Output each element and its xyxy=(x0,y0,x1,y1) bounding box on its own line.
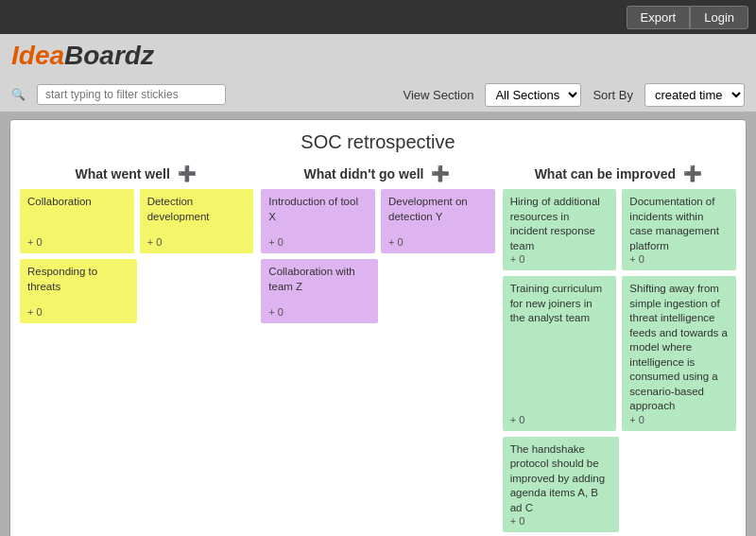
col3-bottom-stickies: The handshake protocol should be improve… xyxy=(503,437,736,533)
view-section-select[interactable]: All Sections xyxy=(485,83,581,107)
sticky-s10-vote[interactable]: + 0 xyxy=(629,413,644,427)
board: SOC retrospective What went well ➕ Colla… xyxy=(9,119,747,536)
col3-mid-stickies: Training curriculum for new joiners in t… xyxy=(503,276,736,431)
column-title-3: What can be improved xyxy=(535,166,676,182)
board-title: SOC retrospective xyxy=(20,131,736,153)
sticky-s2-text: Detection development xyxy=(147,196,210,222)
sticky-s5-vote[interactable]: + 0 xyxy=(388,235,404,250)
sticky-s10-text: Shifting away from simple ingestion of t… xyxy=(629,283,728,411)
logo-idea: Idea xyxy=(11,41,64,70)
export-button[interactable]: Export xyxy=(627,6,691,29)
sticky-s5: Development on detection Y + 0 xyxy=(381,189,495,253)
logo-bar: IdeaBoardz xyxy=(0,34,756,78)
col3-top-stickies: Hiring of additional resources in incide… xyxy=(503,189,736,270)
board-wrapper: SOC retrospective What went well ➕ Colla… xyxy=(0,112,756,536)
sticky-s11-vote[interactable]: + 0 xyxy=(510,514,525,528)
search-input[interactable] xyxy=(37,84,226,105)
sticky-s4: Introduction of tool X + 0 xyxy=(261,189,375,253)
sticky-s9-text: Training curriculum for new joiners in t… xyxy=(510,283,602,323)
sticky-s2: Detection development + 0 xyxy=(140,189,254,253)
sticky-s5-text: Development on detection Y xyxy=(388,196,468,222)
view-section-label: View Section xyxy=(403,88,473,102)
sticky-s8-vote[interactable]: + 0 xyxy=(629,252,644,267)
sticky-s7: Hiring of additional resources in incide… xyxy=(503,189,617,270)
sticky-s6: Collaboration with team Z + 0 xyxy=(261,259,378,323)
columns: What went well ➕ Collaboration + 0 Detec… xyxy=(20,166,736,532)
search-icon: 🔍 xyxy=(11,88,26,101)
column-what-can-be-improved: What can be improved ➕ Hiring of additio… xyxy=(503,166,736,532)
sticky-s1-text: Collaboration xyxy=(27,196,92,207)
add-sticky-col3-button[interactable]: ➕ xyxy=(681,166,704,182)
col2-top-stickies: Introduction of tool X + 0 Development o… xyxy=(261,189,494,253)
sort-by-label: Sort By xyxy=(593,88,633,102)
sticky-s9-vote[interactable]: + 0 xyxy=(510,413,525,427)
login-button[interactable]: Login xyxy=(690,6,748,29)
sticky-s7-text: Hiring of additional resources in incide… xyxy=(510,196,600,251)
toolbar: 🔍 View Section All Sections Sort By crea… xyxy=(0,78,756,112)
column-what-went-well: What went well ➕ Collaboration + 0 Detec… xyxy=(20,166,253,323)
add-sticky-col2-button[interactable]: ➕ xyxy=(429,166,452,182)
sticky-s6-text: Collaboration with team Z xyxy=(268,266,354,292)
sticky-s6-vote[interactable]: + 0 xyxy=(268,305,284,320)
sticky-s3: Responding to threats + 0 xyxy=(20,259,137,323)
col1-top-stickies: Collaboration + 0 Detection development … xyxy=(20,189,253,253)
column-header-2: What didn't go well ➕ xyxy=(261,166,494,182)
sticky-s8: Documentation of incidents within case m… xyxy=(622,189,736,270)
sticky-s11: The handshake protocol should be improve… xyxy=(503,437,620,533)
column-what-didnt-go-well: What didn't go well ➕ Introduction of to… xyxy=(261,166,494,323)
column-title-2: What didn't go well xyxy=(304,166,424,182)
sticky-s7-vote[interactable]: + 0 xyxy=(510,252,525,267)
sticky-s10: Shifting away from simple ingestion of t… xyxy=(622,276,736,431)
column-header-1: What went well ➕ xyxy=(20,166,253,182)
sticky-s11-text: The handshake protocol should be improve… xyxy=(510,443,605,513)
sticky-s2-vote[interactable]: + 0 xyxy=(147,235,163,250)
app-logo: IdeaBoardz xyxy=(11,41,154,71)
col1-stickies: Responding to threats + 0 xyxy=(20,259,253,323)
header-bar: Export Login xyxy=(0,0,756,34)
sticky-s4-vote[interactable]: + 0 xyxy=(268,235,284,250)
col2-stickies: Collaboration with team Z + 0 xyxy=(261,259,494,323)
sticky-s3-text: Responding to threats xyxy=(27,266,97,292)
sticky-s4-text: Introduction of tool X xyxy=(268,196,358,222)
sticky-s9: Training curriculum for new joiners in t… xyxy=(503,276,617,431)
column-header-3: What can be improved ➕ xyxy=(503,166,736,182)
add-sticky-col1-button[interactable]: ➕ xyxy=(176,166,198,182)
column-title-1: What went well xyxy=(75,166,169,182)
sticky-s1: Collaboration + 0 xyxy=(20,189,134,253)
sticky-s3-vote[interactable]: + 0 xyxy=(27,305,43,320)
logo-boardz: Boardz xyxy=(64,41,154,70)
sticky-s1-vote[interactable]: + 0 xyxy=(27,235,43,250)
sort-by-select[interactable]: created time xyxy=(644,83,745,107)
sticky-s8-text: Documentation of incidents within case m… xyxy=(629,196,719,251)
